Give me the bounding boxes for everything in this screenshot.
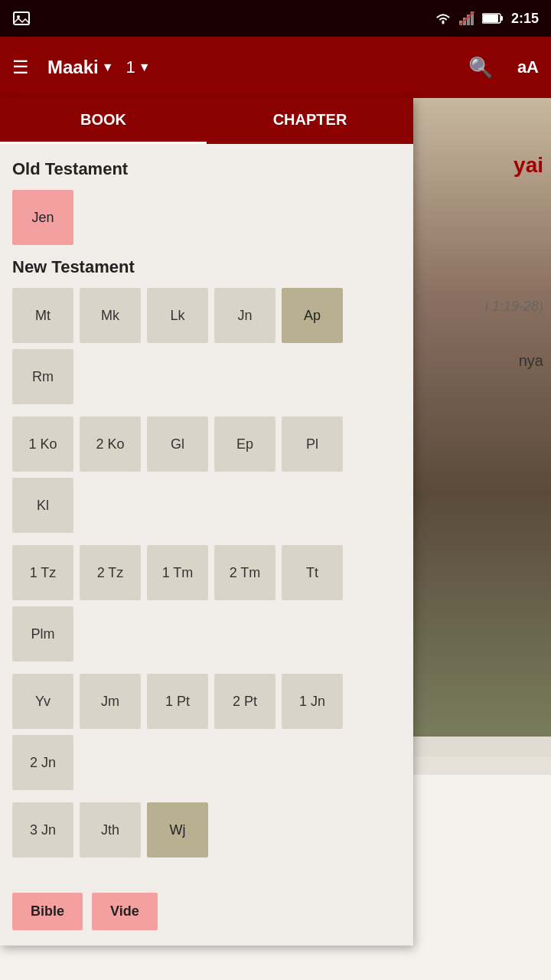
search-button[interactable]: 🔍 bbox=[468, 56, 493, 80]
book-mk[interactable]: Mk bbox=[80, 288, 141, 343]
book-jn[interactable]: Jn bbox=[214, 288, 276, 343]
book-plm[interactable]: Plm bbox=[12, 606, 73, 662]
new-testament-row-1: Mt Mk Lk Jn Ap Rm bbox=[12, 288, 401, 404]
book-title[interactable]: Maaki ▼ bbox=[47, 57, 114, 78]
book-2tm[interactable]: 2 Tm bbox=[214, 545, 276, 600]
book-lk[interactable]: Lk bbox=[147, 288, 208, 343]
book-jen[interactable]: Jen bbox=[12, 190, 73, 245]
hamburger-button[interactable]: ☰ bbox=[12, 57, 29, 78]
chapter-dropdown-arrow[interactable]: ▼ bbox=[139, 60, 151, 74]
book-1tm[interactable]: 1 Tm bbox=[147, 545, 208, 600]
book-rm[interactable]: Rm bbox=[12, 349, 73, 404]
vide-button[interactable]: Vide bbox=[92, 893, 158, 930]
book-2ko[interactable]: 2 Ko bbox=[80, 416, 141, 472]
tabs-row: BOOK CHAPTER bbox=[0, 98, 413, 144]
svg-rect-0 bbox=[14, 12, 29, 24]
old-testament-grid: Jen bbox=[12, 190, 401, 245]
new-testament-row-3: 1 Tz 2 Tz 1 Tm 2 Tm Tt Plm bbox=[12, 545, 401, 662]
battery-icon bbox=[482, 12, 504, 24]
book-wj[interactable]: Wj bbox=[147, 802, 208, 858]
nav-bar: ☰ Maaki ▼ 1 ▼ 🔍 aA bbox=[0, 37, 551, 98]
book-yv[interactable]: Yv bbox=[12, 674, 73, 729]
font-size-button[interactable]: aA bbox=[517, 57, 539, 77]
svg-rect-9 bbox=[500, 16, 503, 21]
book-2pt[interactable]: 2 Pt bbox=[214, 674, 276, 729]
book-ep[interactable]: Ep bbox=[214, 416, 276, 472]
book-1ko[interactable]: 1 Ko bbox=[12, 416, 73, 472]
wifi-icon bbox=[435, 12, 452, 24]
status-bar: 2:15 bbox=[0, 0, 551, 37]
book-mt[interactable]: Mt bbox=[12, 288, 73, 343]
signal-icon bbox=[459, 11, 474, 25]
book-ap[interactable]: Ap bbox=[282, 288, 343, 343]
old-testament-title: Old Testament bbox=[12, 159, 401, 179]
verse-reference: i 1:19-28) bbox=[485, 299, 543, 315]
book-2jn[interactable]: 2 Jn bbox=[12, 735, 73, 790]
book-jth[interactable]: Jth bbox=[80, 802, 141, 858]
panel-content: Old Testament Jen New Testament Mt Mk Lk… bbox=[0, 144, 413, 885]
svg-rect-8 bbox=[483, 15, 498, 22]
book-jm[interactable]: Jm bbox=[80, 674, 141, 729]
verse-word: nya bbox=[519, 352, 543, 370]
background-image bbox=[413, 98, 551, 756]
book-gl[interactable]: Gl bbox=[147, 416, 208, 472]
status-bar-right: 2:15 bbox=[435, 11, 539, 27]
book-3jn[interactable]: 3 Jn bbox=[12, 802, 73, 858]
new-testament-title: New Testament bbox=[12, 257, 401, 277]
book-2tz[interactable]: 2 Tz bbox=[80, 545, 141, 600]
book-pl[interactable]: Pl bbox=[282, 416, 343, 472]
bottom-buttons: Bible Vide bbox=[0, 885, 413, 946]
book-1jn[interactable]: 1 Jn bbox=[282, 674, 343, 729]
image-icon bbox=[12, 9, 31, 28]
status-time: 2:15 bbox=[511, 11, 539, 27]
book-1pt[interactable]: 1 Pt bbox=[147, 674, 208, 729]
book-dropdown-arrow[interactable]: ▼ bbox=[102, 60, 114, 74]
new-testament-row-5: 3 Jn Jth Wj bbox=[12, 802, 401, 858]
chapter-selector[interactable]: 1 ▼ bbox=[126, 57, 151, 77]
book-kl[interactable]: Kl bbox=[12, 478, 73, 533]
tab-book[interactable]: BOOK bbox=[0, 98, 207, 144]
verse-header-text: yai bbox=[514, 153, 543, 178]
book-tt[interactable]: Tt bbox=[282, 545, 343, 600]
new-testament-row-2: 1 Ko 2 Ko Gl Ep Pl Kl bbox=[12, 416, 401, 533]
new-testament-row-4: Yv Jm 1 Pt 2 Pt 1 Jn 2 Jn bbox=[12, 674, 401, 790]
book-1tz[interactable]: 1 Tz bbox=[12, 545, 73, 600]
bible-button[interactable]: Bible bbox=[12, 893, 83, 930]
book-dropdown-panel: BOOK CHAPTER Old Testament Jen New Testa… bbox=[0, 98, 413, 946]
tab-chapter[interactable]: CHAPTER bbox=[207, 98, 413, 144]
status-bar-left bbox=[12, 9, 31, 28]
